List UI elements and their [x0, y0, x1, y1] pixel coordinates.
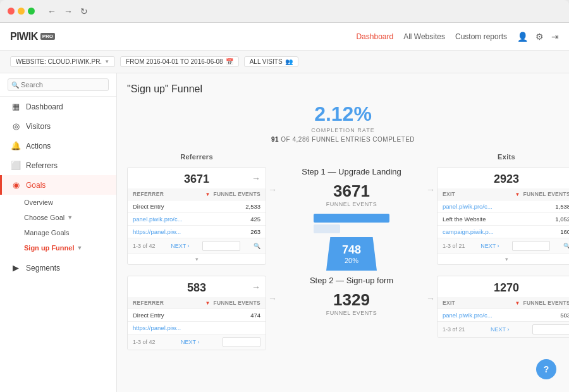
forward-button[interactable]: →	[61, 5, 75, 18]
step2-referrer-value: 474	[193, 309, 266, 322]
body-layout: 🔍 ▦ Dashboard ◎ Visitors 🔔 Actions ⬜ Ref…	[0, 73, 569, 392]
chevron-down-icon: ▼	[67, 214, 73, 221]
sidebar-item-visitors[interactable]: ◎ Visitors	[0, 116, 116, 136]
step2-exit-name[interactable]: panel.piwik.pro/c...	[437, 309, 503, 322]
sidebar-item-goals[interactable]: ◉ Goals	[0, 175, 116, 195]
arrow-col-1: →	[266, 167, 279, 195]
step1-title: Step 1 — Upgrade Landing	[302, 167, 401, 176]
exit-value: 160	[504, 226, 569, 238]
referrer-name-link[interactable]: https://panel.piw...	[128, 226, 193, 238]
entries-count: 91	[271, 136, 279, 143]
sidebar-sub-item-signup-funnel[interactable]: Sign up Funnel ▼	[0, 240, 116, 255]
table-row: campaign.piwik.p... 160	[437, 226, 569, 238]
page-title: "Sign up" Funnel	[127, 83, 559, 95]
sidebar-sub-item-manage-goals[interactable]: Manage Goals	[0, 225, 116, 240]
exit-name[interactable]: campaign.piwik.p...	[437, 226, 504, 238]
exit-name: Left the Website	[437, 213, 504, 226]
actions-icon: 🔔	[11, 141, 21, 150]
referrer-value: 425	[193, 213, 266, 226]
search-input[interactable]	[8, 78, 109, 91]
step1-box: Step 1 — Upgrade Landing 3671 FUNNEL EVE…	[302, 167, 401, 207]
top-nav-links: Dashboard All Websites Custom reports 👤 …	[356, 32, 559, 42]
date-filter-label: FROM 2016-04-01 TO 2016-06-08	[126, 58, 223, 65]
step2-box: Step 2 — Sign-up form 1329 FUNNEL EVENTS	[310, 276, 393, 316]
nav-link-custom-reports[interactable]: Custom reports	[455, 32, 507, 41]
sidebar-item-label-segments: Segments	[26, 264, 60, 273]
table-row: Direct Entry 2,533	[128, 200, 266, 213]
step1-referrers-table: REFERRER ▼ FUNNEL EVENTS Direct Entry 2,…	[128, 188, 266, 238]
minimize-button[interactable]	[18, 8, 25, 15]
step1-exits-table: EXIT ▼ FUNNEL EVENTS panel.piwik.pro/c..…	[437, 188, 569, 238]
filter-bar: WEBSITE: CLOUD.PIWIK.PR. ▼ FROM 2016-04-…	[0, 51, 569, 73]
table-dropdown[interactable]: ▾	[128, 254, 266, 264]
step2-pagination-next[interactable]: NEXT ›	[181, 339, 199, 345]
nav-link-all-websites[interactable]: All Websites	[403, 32, 445, 41]
visits-icon: 👥	[285, 58, 293, 65]
exit-col-header: EXIT	[437, 188, 504, 200]
referrer-value: 263	[193, 226, 266, 238]
step2-exits-pagination-next[interactable]: NEXT ›	[491, 326, 509, 333]
stats-header: 2.12% COMPLETION RATE 91 OF 4,286 FUNNEL…	[127, 102, 559, 143]
website-filter-arrow: ▼	[104, 59, 109, 64]
step2-pagination-text: 1-3 of 42	[133, 339, 156, 345]
nav-link-dashboard[interactable]: Dashboard	[356, 32, 393, 41]
sidebar-item-segments[interactable]: ▶ Segments	[0, 258, 116, 278]
table-row: panel.piwik.pro/c... 503	[437, 309, 569, 322]
sidebar-sub-label-signup-funnel: Sign up Funnel	[24, 244, 74, 252]
referrer-name-link[interactable]: panel.piwik.pro/c...	[128, 213, 193, 226]
visits-filter[interactable]: ALL VISITS 👥	[244, 56, 298, 67]
user-icon[interactable]: 👤	[517, 32, 528, 42]
date-filter[interactable]: FROM 2016-04-01 TO 2016-06-08 📅	[120, 56, 239, 67]
sidebar-sub-item-choose-goal[interactable]: Choose Goal ▼	[0, 210, 116, 225]
step2-count-label: FUNNEL EVENTS	[310, 310, 393, 316]
table-row: https://panel.piw... 263	[128, 226, 266, 238]
reload-button[interactable]: ↻	[78, 5, 90, 18]
pagination-next[interactable]: NEXT ›	[171, 243, 189, 249]
exits-pagination-next[interactable]: NEXT ›	[480, 243, 499, 249]
logo: PIWIK PRO	[10, 31, 55, 42]
step2-count: 1329	[310, 290, 393, 310]
sort-icon-3: ▼	[205, 300, 211, 306]
funnel-visual-1	[314, 214, 389, 233]
step1-exits-footer: 1-3 of 21 NEXT › 🔍	[437, 238, 569, 254]
referrers-section-header: Referrers	[127, 153, 266, 161]
sidebar-sub-label-choose-goal: Choose Goal	[24, 214, 64, 221]
browser-chrome: ← → ↻	[0, 0, 569, 23]
step1-exits-card: 2923 EXIT ▼ FUNNEL EVENTS	[437, 167, 569, 265]
logout-icon[interactable]: ⇥	[551, 32, 559, 42]
website-filter[interactable]: WEBSITE: CLOUD.PIWIK.PR. ▼	[10, 56, 115, 67]
close-button[interactable]	[8, 8, 15, 15]
step2-referrer-name-link[interactable]: https://panel.piw...	[128, 322, 193, 334]
step1-exits-total-value: 2923	[494, 173, 519, 185]
drop-pct: 20%	[336, 257, 367, 264]
step2-search-input[interactable]	[223, 337, 260, 347]
maximize-button[interactable]	[28, 8, 35, 15]
referrer-col-header: REFERRER	[128, 188, 193, 200]
chevron-down-icon-2: ▼	[76, 245, 82, 251]
sidebar-sub-label-manage-goals: Manage Goals	[24, 229, 70, 236]
step2-exits-card: 1270 EXIT ▼ FUNNEL EVENTS	[437, 276, 569, 338]
sidebar-item-dashboard[interactable]: ▦ Dashboard	[0, 97, 116, 116]
goals-icon: ◉	[11, 180, 21, 190]
table-row: panel.piwik.pro/c... 425	[128, 213, 266, 226]
visitors-icon: ◎	[11, 121, 21, 131]
step2-title: Step 2 — Sign-up form	[310, 276, 393, 285]
top-nav: PIWIK PRO Dashboard All Websites Custom …	[0, 23, 569, 51]
exits-search-input[interactable]	[512, 241, 550, 251]
sidebar-item-referrers[interactable]: ⬜ Referrers	[0, 156, 116, 175]
sidebar-sub-item-overview[interactable]: Overview	[0, 195, 116, 210]
settings-icon[interactable]: ⚙	[535, 32, 544, 42]
sidebar-item-actions[interactable]: 🔔 Actions	[0, 136, 116, 156]
sidebar-item-label-dashboard: Dashboard	[26, 102, 63, 111]
exit-name[interactable]: panel.piwik.pro/c...	[437, 200, 504, 213]
step2-exits-search-input[interactable]	[532, 324, 569, 334]
arrow-col-4: →	[424, 276, 437, 303]
referrers-search-input[interactable]	[202, 241, 240, 251]
back-button[interactable]: ←	[45, 5, 59, 18]
arrow-col-3: →	[266, 276, 279, 303]
step2-referrer-value-2	[193, 322, 266, 334]
exits-table-dropdown[interactable]: ▾	[437, 254, 569, 264]
help-button[interactable]: ?	[536, 359, 556, 379]
visits-filter-label: ALL VISITS	[250, 58, 283, 65]
traffic-lights	[8, 8, 35, 15]
